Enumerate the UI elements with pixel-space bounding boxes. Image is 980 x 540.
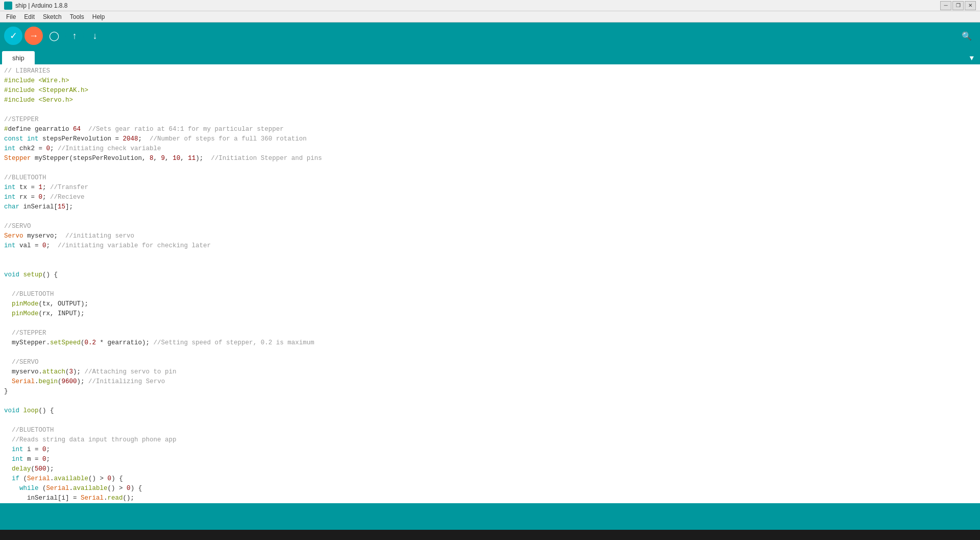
- code-line: [4, 261, 976, 270]
- code-line: void setup() {: [4, 270, 976, 280]
- code-line: [4, 416, 976, 426]
- code-line: }: [4, 387, 976, 396]
- code-line: myservo.attach(3); //Attaching servo to …: [4, 367, 976, 377]
- search-button[interactable]: 🔍: [958, 27, 976, 45]
- code-line: //SERVO: [4, 358, 976, 367]
- code-content: // LIBRARIES#include <Wire.h>#include <S…: [4, 66, 976, 503]
- code-line: int rx = 0; //Recieve: [4, 193, 976, 202]
- code-line: pinMode(rx, INPUT);: [4, 309, 976, 319]
- code-line: [4, 163, 976, 173]
- menu-sketch[interactable]: Sketch: [39, 12, 66, 21]
- code-line: inSerial[i] = Serial.read();: [4, 494, 976, 503]
- menu-edit[interactable]: Edit: [20, 12, 39, 21]
- upload-button[interactable]: →: [24, 27, 43, 45]
- verify-button[interactable]: ✓: [4, 27, 22, 45]
- toolbar-right: 🔍: [958, 27, 976, 45]
- code-line: char inSerial[15];: [4, 202, 976, 212]
- menu-tools[interactable]: Tools: [66, 12, 88, 21]
- menu-bar: File Edit Sketch Tools Help: [0, 11, 980, 22]
- code-line: int tx = 1; //Transfer: [4, 183, 976, 193]
- code-line: Serial.begin(9600); //Initializing Servo: [4, 377, 976, 387]
- menu-help[interactable]: Help: [88, 12, 109, 21]
- code-line: [4, 105, 976, 115]
- code-line: myStepper.setSpeed(0.2 * gearratio); //S…: [4, 338, 976, 348]
- code-line: //STEPPER: [4, 115, 976, 125]
- titlebar-controls: ─ ❐ ✕: [940, 1, 976, 10]
- code-line: void loop() {: [4, 406, 976, 416]
- restore-button[interactable]: ❐: [952, 1, 964, 10]
- minimize-button[interactable]: ─: [940, 1, 951, 10]
- code-line: [4, 251, 976, 261]
- code-line: while (Serial.available() > 0) {: [4, 484, 976, 494]
- toolbar: ✓ → ◯ ↑ ↓ 🔍: [0, 22, 980, 49]
- code-line: //BLUETOOTH: [4, 426, 976, 435]
- titlebar-left: ship | Arduino 1.8.8: [4, 2, 68, 10]
- tab-bar: ship ▼: [0, 49, 980, 64]
- code-line: //BLUETOOTH: [4, 290, 976, 299]
- code-line: //BLUETOOTH: [4, 173, 976, 183]
- code-line: int val = 0; //initiating variable for c…: [4, 241, 976, 251]
- code-editor[interactable]: // LIBRARIES#include <Wire.h>#include <S…: [0, 64, 980, 503]
- code-line: int i = 0;: [4, 445, 976, 455]
- code-line: pinMode(tx, OUTPUT);: [4, 299, 976, 309]
- code-line: //STEPPER: [4, 328, 976, 338]
- code-line: [4, 396, 976, 406]
- code-line: #include <Wire.h>: [4, 76, 976, 86]
- status-bar: [0, 503, 980, 530]
- open-button[interactable]: ↑: [65, 27, 84, 45]
- tab-dropdown-arrow[interactable]: ▼: [966, 52, 978, 64]
- title-bar: ship | Arduino 1.8.8 ─ ❐ ✕: [0, 0, 980, 11]
- code-line: if (Serial.available() > 0) {: [4, 474, 976, 484]
- code-line: const int stepsPerRevolution = 2048; //N…: [4, 134, 976, 144]
- code-line: [4, 348, 976, 358]
- tab-label: ship: [12, 54, 24, 62]
- code-line: [4, 280, 976, 290]
- code-line: Servo myservo; //initiating servo: [4, 231, 976, 241]
- menu-file[interactable]: File: [2, 12, 20, 21]
- code-line: int m = 0;: [4, 455, 976, 464]
- code-line: #define gearratio 64 //Sets gear ratio a…: [4, 125, 976, 134]
- close-button[interactable]: ✕: [965, 1, 976, 10]
- code-line: //Reads string data input through phone …: [4, 435, 976, 445]
- code-line: #include <StepperAK.h>: [4, 86, 976, 96]
- code-line: [4, 319, 976, 328]
- bottom-bar: [0, 530, 980, 540]
- arduino-icon: [4, 2, 12, 10]
- code-line: delay(500);: [4, 464, 976, 474]
- code-line: [4, 212, 976, 222]
- save-button[interactable]: ↓: [86, 27, 104, 45]
- code-line: // LIBRARIES: [4, 66, 976, 76]
- code-line: #include <Servo.h>: [4, 96, 976, 105]
- code-line: int chk2 = 0; //Initiating check variabl…: [4, 144, 976, 154]
- window-title: ship | Arduino 1.8.8: [15, 2, 68, 9]
- new-button[interactable]: ◯: [45, 27, 63, 45]
- code-line: Stepper myStepper(stepsPerRevolution, 8,…: [4, 154, 976, 163]
- tab-ship[interactable]: ship: [2, 51, 35, 64]
- code-line: //SERVO: [4, 222, 976, 231]
